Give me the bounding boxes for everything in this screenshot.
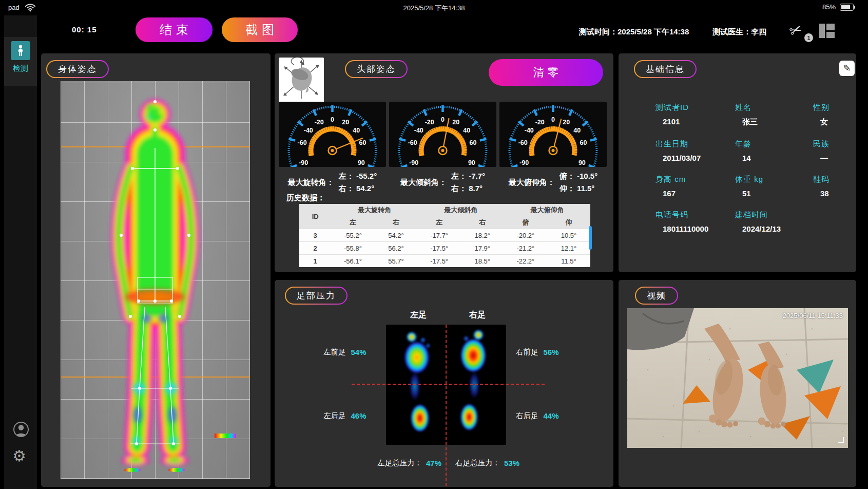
history-scrollbar[interactable] [589,226,592,250]
svg-text:40: 40 [463,127,470,134]
svg-text:40: 40 [353,127,360,134]
history-table-body: 3-55.2°54.2°-17.7°18.2°-20.2°10.5°2-55.8… [299,229,590,268]
svg-text:-20: -20 [315,119,324,126]
video-title: 视频 [635,287,678,305]
gauge-pitch: -90-60-40-20020406090 [499,102,607,167]
info-field: 身高 cm167 [655,175,735,198]
region-right-forefoot: 右前足56% [516,347,559,357]
svg-text:-40: -40 [304,127,313,134]
sidebar-item-detection[interactable]: 检测 [4,37,37,86]
svg-text:0: 0 [551,116,555,123]
svg-text:20: 20 [452,119,459,126]
fullscreen-icon[interactable] [836,435,844,445]
user-icon[interactable] [13,421,29,440]
info-field: 年龄14 [735,139,813,162]
status-bar: pad 2025/5/28 下午14:38 85% [0,0,868,15]
history-row: 3-55.2°54.2°-17.7°18.2°-20.2°10.5° [299,229,590,242]
svg-text:90: 90 [578,159,586,166]
clip-count-badge: 1 [804,33,813,42]
basic-info-panel: 基础信息 ✎ 测试者ID2101姓名张三性别女出生日期2011/03/07年龄1… [619,53,856,272]
region-right-rearfoot: 右后足44% [516,411,559,421]
body-posture-title: 身体姿态 [46,60,109,78]
svg-text:60: 60 [469,139,476,146]
sidebar: 检测 ⚙ [4,15,37,489]
svg-text:60: 60 [359,139,366,146]
svg-text:-40: -40 [525,127,534,134]
clip-tool-button[interactable]: ✂ 1 [789,22,812,42]
svg-text:20: 20 [563,119,570,126]
svg-text:0: 0 [441,116,445,123]
layout-grid-icon[interactable] [819,24,835,38]
video-panel: 视频 [619,280,856,487]
status-datetime: 2025/5/28 下午14:38 [0,4,868,13]
foot-pressure-title: 足部压力 [285,287,348,305]
reset-button[interactable]: 清零 [489,59,603,86]
head-posture-title: 头部姿态 [345,60,408,78]
video-frame[interactable]: 2025/06/11 15:11:33 [627,308,848,448]
thermal-body-figure [61,81,250,479]
head-axes-icon [279,58,324,103]
svg-text:0: 0 [331,116,334,123]
readout-pitch: 最大俯仰角： 俯： -10.5° 仰： 11.5° [499,170,607,195]
svg-text:-60: -60 [518,139,528,146]
history-table: ID最大旋转角最大倾斜角最大俯仰角左右左右俯仰 3-55.2°54.2°-17.… [299,204,590,267]
gear-icon[interactable]: ⚙ [12,448,26,464]
gauge-rotation: -90-60-40-20020406090 [279,102,386,167]
svg-text:-20: -20 [425,119,434,126]
crosshair-vertical [446,325,447,486]
svg-text:90: 90 [468,159,475,166]
region-left-rearfoot: 左后足46% [323,411,367,421]
person-icon [11,41,30,60]
video-timestamp: 2025/06/11 15:11:33 [783,312,843,319]
info-field: 建档时间2024/12/13 [735,210,813,233]
readout-rotation: 最大旋转角： 左： -55.2° 右： 54.2° [279,170,386,195]
info-field: 鞋码38 [813,175,853,198]
history-row: 1-56.1°55.7°-17.5°18.5°-22.2°11.5° [299,255,590,268]
svg-text:-90: -90 [519,159,529,166]
info-field: 性别女 [813,103,853,127]
readout-tilt: 最大倾斜角： 左： -7.7° 右： 8.7° [389,170,496,195]
doctor-label: 测试医生： [712,27,751,36]
svg-text:-90: -90 [299,159,308,166]
toolbar-meta: 测试时间：2025/5/28 下午14:38 测试医生：李四 [579,27,766,37]
end-button[interactable]: 结束 [136,17,213,42]
crosshair-horizontal [352,384,545,385]
body-heatmap-image [61,81,250,479]
test-time-label: 测试时间： [579,27,618,36]
total-left-pressure: 左足总压力：47% [377,458,441,468]
history-row: 2-55.8°56.2°-17.5°17.9°-21.2°12.1° [299,242,590,255]
svg-text:20: 20 [342,119,349,126]
scissors-icon: ✂ [787,20,804,41]
svg-text:-90: -90 [409,159,418,166]
body-posture-panel: 身体姿态 [41,53,271,487]
foot-pressure-panel: 足部压力 左足 右足 [275,280,613,487]
gauge-tilt: -90-60-40-20020406090 [389,102,496,167]
test-time-value: 2025/5/28 下午14:38 [618,27,689,36]
edit-icon[interactable]: ✎ [839,61,855,76]
svg-text:60: 60 [580,139,587,146]
region-left-forefoot: 左前足54% [323,347,367,357]
svg-text:40: 40 [573,127,581,134]
sidebar-item-label: 检测 [4,64,37,73]
info-field: 体重 kg51 [735,175,813,198]
doctor-value: 李四 [751,27,766,36]
info-field: 测试者ID2101 [655,103,735,127]
history-table-head: ID最大旋转角最大倾斜角最大俯仰角左右左右俯仰 [299,204,590,229]
info-field: 姓名张三 [735,103,813,127]
right-foot-label: 右足 [457,310,498,321]
left-foot-label: 左足 [398,310,439,321]
session-timer: 00: 15 [72,25,97,34]
screenshot-button[interactable]: 截图 [222,17,298,42]
head-posture-panel: 头部姿态 清零 -90-60-40-20020406090 -90-60-40-… [275,53,613,272]
total-right-pressure: 右足总压力：53% [455,458,519,468]
info-field: 民族— [813,139,853,162]
battery-icon [840,4,854,11]
video-still-feet [627,308,848,448]
svg-text:90: 90 [358,159,365,166]
svg-text:-20: -20 [535,119,545,126]
app-root: pad 2025/5/28 下午14:38 85% [0,0,868,489]
info-field: 电话号码18011110000 [655,210,735,233]
info-field: 出生日期2011/03/07 [655,139,735,162]
svg-text:-40: -40 [414,127,423,134]
basic-info-title: 基础信息 [634,60,697,78]
